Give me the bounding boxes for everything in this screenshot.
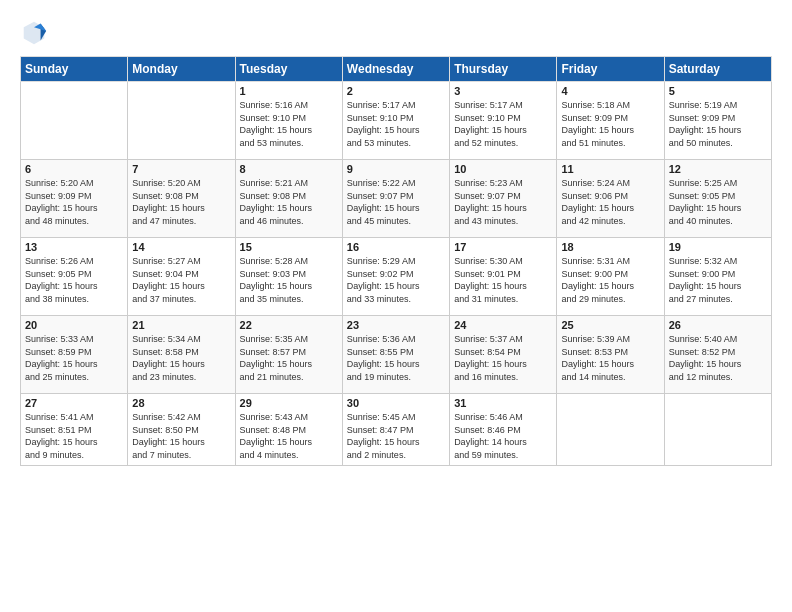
day-number: 14 bbox=[132, 241, 230, 253]
calendar-cell: 6Sunrise: 5:20 AM Sunset: 9:09 PM Daylig… bbox=[21, 160, 128, 238]
calendar-cell: 10Sunrise: 5:23 AM Sunset: 9:07 PM Dayli… bbox=[450, 160, 557, 238]
day-info: Sunrise: 5:26 AM Sunset: 9:05 PM Dayligh… bbox=[25, 255, 123, 305]
day-info: Sunrise: 5:36 AM Sunset: 8:55 PM Dayligh… bbox=[347, 333, 445, 383]
day-number: 3 bbox=[454, 85, 552, 97]
day-number: 4 bbox=[561, 85, 659, 97]
day-number: 16 bbox=[347, 241, 445, 253]
day-number: 1 bbox=[240, 85, 338, 97]
calendar-cell: 25Sunrise: 5:39 AM Sunset: 8:53 PM Dayli… bbox=[557, 316, 664, 394]
day-number: 23 bbox=[347, 319, 445, 331]
calendar-cell: 30Sunrise: 5:45 AM Sunset: 8:47 PM Dayli… bbox=[342, 394, 449, 466]
day-number: 9 bbox=[347, 163, 445, 175]
calendar-week-row: 1Sunrise: 5:16 AM Sunset: 9:10 PM Daylig… bbox=[21, 82, 772, 160]
calendar-cell: 4Sunrise: 5:18 AM Sunset: 9:09 PM Daylig… bbox=[557, 82, 664, 160]
day-number: 31 bbox=[454, 397, 552, 409]
day-info: Sunrise: 5:39 AM Sunset: 8:53 PM Dayligh… bbox=[561, 333, 659, 383]
day-number: 10 bbox=[454, 163, 552, 175]
calendar-header-friday: Friday bbox=[557, 57, 664, 82]
calendar-cell: 17Sunrise: 5:30 AM Sunset: 9:01 PM Dayli… bbox=[450, 238, 557, 316]
calendar-cell: 24Sunrise: 5:37 AM Sunset: 8:54 PM Dayli… bbox=[450, 316, 557, 394]
calendar-cell: 5Sunrise: 5:19 AM Sunset: 9:09 PM Daylig… bbox=[664, 82, 771, 160]
calendar-cell: 2Sunrise: 5:17 AM Sunset: 9:10 PM Daylig… bbox=[342, 82, 449, 160]
day-info: Sunrise: 5:18 AM Sunset: 9:09 PM Dayligh… bbox=[561, 99, 659, 149]
day-info: Sunrise: 5:16 AM Sunset: 9:10 PM Dayligh… bbox=[240, 99, 338, 149]
calendar-cell: 28Sunrise: 5:42 AM Sunset: 8:50 PM Dayli… bbox=[128, 394, 235, 466]
day-info: Sunrise: 5:19 AM Sunset: 9:09 PM Dayligh… bbox=[669, 99, 767, 149]
calendar-cell: 19Sunrise: 5:32 AM Sunset: 9:00 PM Dayli… bbox=[664, 238, 771, 316]
day-number: 25 bbox=[561, 319, 659, 331]
day-number: 19 bbox=[669, 241, 767, 253]
day-number: 5 bbox=[669, 85, 767, 97]
calendar-cell: 31Sunrise: 5:46 AM Sunset: 8:46 PM Dayli… bbox=[450, 394, 557, 466]
calendar-header-thursday: Thursday bbox=[450, 57, 557, 82]
calendar-header-row: SundayMondayTuesdayWednesdayThursdayFrid… bbox=[21, 57, 772, 82]
day-number: 6 bbox=[25, 163, 123, 175]
calendar-cell: 9Sunrise: 5:22 AM Sunset: 9:07 PM Daylig… bbox=[342, 160, 449, 238]
day-info: Sunrise: 5:17 AM Sunset: 9:10 PM Dayligh… bbox=[347, 99, 445, 149]
day-info: Sunrise: 5:31 AM Sunset: 9:00 PM Dayligh… bbox=[561, 255, 659, 305]
day-number: 17 bbox=[454, 241, 552, 253]
day-info: Sunrise: 5:37 AM Sunset: 8:54 PM Dayligh… bbox=[454, 333, 552, 383]
day-number: 12 bbox=[669, 163, 767, 175]
calendar-cell bbox=[21, 82, 128, 160]
day-number: 20 bbox=[25, 319, 123, 331]
calendar-cell: 13Sunrise: 5:26 AM Sunset: 9:05 PM Dayli… bbox=[21, 238, 128, 316]
calendar-cell: 23Sunrise: 5:36 AM Sunset: 8:55 PM Dayli… bbox=[342, 316, 449, 394]
day-info: Sunrise: 5:45 AM Sunset: 8:47 PM Dayligh… bbox=[347, 411, 445, 461]
calendar-header-monday: Monday bbox=[128, 57, 235, 82]
day-info: Sunrise: 5:28 AM Sunset: 9:03 PM Dayligh… bbox=[240, 255, 338, 305]
logo bbox=[20, 18, 52, 46]
day-info: Sunrise: 5:29 AM Sunset: 9:02 PM Dayligh… bbox=[347, 255, 445, 305]
calendar-header-tuesday: Tuesday bbox=[235, 57, 342, 82]
day-number: 13 bbox=[25, 241, 123, 253]
day-info: Sunrise: 5:17 AM Sunset: 9:10 PM Dayligh… bbox=[454, 99, 552, 149]
calendar-cell: 12Sunrise: 5:25 AM Sunset: 9:05 PM Dayli… bbox=[664, 160, 771, 238]
calendar-cell: 16Sunrise: 5:29 AM Sunset: 9:02 PM Dayli… bbox=[342, 238, 449, 316]
day-info: Sunrise: 5:43 AM Sunset: 8:48 PM Dayligh… bbox=[240, 411, 338, 461]
day-info: Sunrise: 5:24 AM Sunset: 9:06 PM Dayligh… bbox=[561, 177, 659, 227]
day-number: 7 bbox=[132, 163, 230, 175]
calendar-cell: 1Sunrise: 5:16 AM Sunset: 9:10 PM Daylig… bbox=[235, 82, 342, 160]
calendar-header-saturday: Saturday bbox=[664, 57, 771, 82]
day-number: 2 bbox=[347, 85, 445, 97]
calendar-cell: 22Sunrise: 5:35 AM Sunset: 8:57 PM Dayli… bbox=[235, 316, 342, 394]
calendar-cell bbox=[128, 82, 235, 160]
calendar-week-row: 13Sunrise: 5:26 AM Sunset: 9:05 PM Dayli… bbox=[21, 238, 772, 316]
calendar-cell: 15Sunrise: 5:28 AM Sunset: 9:03 PM Dayli… bbox=[235, 238, 342, 316]
day-number: 18 bbox=[561, 241, 659, 253]
calendar-header-sunday: Sunday bbox=[21, 57, 128, 82]
day-info: Sunrise: 5:22 AM Sunset: 9:07 PM Dayligh… bbox=[347, 177, 445, 227]
header bbox=[20, 18, 772, 46]
calendar-week-row: 6Sunrise: 5:20 AM Sunset: 9:09 PM Daylig… bbox=[21, 160, 772, 238]
day-number: 8 bbox=[240, 163, 338, 175]
calendar-cell: 11Sunrise: 5:24 AM Sunset: 9:06 PM Dayli… bbox=[557, 160, 664, 238]
day-info: Sunrise: 5:33 AM Sunset: 8:59 PM Dayligh… bbox=[25, 333, 123, 383]
day-number: 26 bbox=[669, 319, 767, 331]
logo-icon bbox=[20, 18, 48, 46]
day-info: Sunrise: 5:34 AM Sunset: 8:58 PM Dayligh… bbox=[132, 333, 230, 383]
calendar-cell: 27Sunrise: 5:41 AM Sunset: 8:51 PM Dayli… bbox=[21, 394, 128, 466]
day-number: 28 bbox=[132, 397, 230, 409]
day-info: Sunrise: 5:41 AM Sunset: 8:51 PM Dayligh… bbox=[25, 411, 123, 461]
day-number: 15 bbox=[240, 241, 338, 253]
calendar-cell: 7Sunrise: 5:20 AM Sunset: 9:08 PM Daylig… bbox=[128, 160, 235, 238]
calendar-cell bbox=[557, 394, 664, 466]
day-info: Sunrise: 5:23 AM Sunset: 9:07 PM Dayligh… bbox=[454, 177, 552, 227]
calendar-cell: 26Sunrise: 5:40 AM Sunset: 8:52 PM Dayli… bbox=[664, 316, 771, 394]
day-info: Sunrise: 5:42 AM Sunset: 8:50 PM Dayligh… bbox=[132, 411, 230, 461]
day-info: Sunrise: 5:30 AM Sunset: 9:01 PM Dayligh… bbox=[454, 255, 552, 305]
calendar-cell: 3Sunrise: 5:17 AM Sunset: 9:10 PM Daylig… bbox=[450, 82, 557, 160]
day-number: 27 bbox=[25, 397, 123, 409]
day-info: Sunrise: 5:20 AM Sunset: 9:09 PM Dayligh… bbox=[25, 177, 123, 227]
day-number: 30 bbox=[347, 397, 445, 409]
day-info: Sunrise: 5:32 AM Sunset: 9:00 PM Dayligh… bbox=[669, 255, 767, 305]
calendar-cell: 8Sunrise: 5:21 AM Sunset: 9:08 PM Daylig… bbox=[235, 160, 342, 238]
calendar-table: SundayMondayTuesdayWednesdayThursdayFrid… bbox=[20, 56, 772, 466]
day-number: 24 bbox=[454, 319, 552, 331]
day-info: Sunrise: 5:46 AM Sunset: 8:46 PM Dayligh… bbox=[454, 411, 552, 461]
day-info: Sunrise: 5:40 AM Sunset: 8:52 PM Dayligh… bbox=[669, 333, 767, 383]
day-number: 21 bbox=[132, 319, 230, 331]
calendar-cell: 20Sunrise: 5:33 AM Sunset: 8:59 PM Dayli… bbox=[21, 316, 128, 394]
day-number: 22 bbox=[240, 319, 338, 331]
day-info: Sunrise: 5:21 AM Sunset: 9:08 PM Dayligh… bbox=[240, 177, 338, 227]
